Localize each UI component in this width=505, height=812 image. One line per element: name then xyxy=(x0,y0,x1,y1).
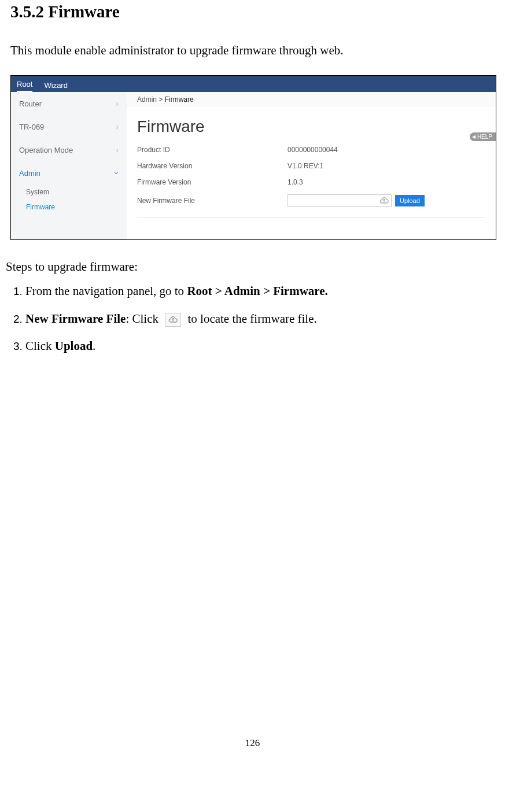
step-2-suffix: to locate the firmware file. xyxy=(185,312,317,326)
main-panel: Admin > Firmware Firmware HELP Product I… xyxy=(127,92,496,239)
label-firmware-version: Firmware Version xyxy=(137,178,287,186)
sidebar-subitem-system[interactable]: System xyxy=(11,184,127,200)
steps-list: From the navigation panel, go to Root > … xyxy=(25,282,499,356)
sidebar-item-label: Admin xyxy=(19,169,40,178)
step-3-prefix: Click xyxy=(25,339,55,353)
sidebar-item-operation-mode[interactable]: Operation Mode › xyxy=(11,138,127,161)
step-2-label: New Firmware File xyxy=(25,312,126,326)
page-title: Firmware xyxy=(127,107,496,142)
step-1: From the navigation panel, go to Root > … xyxy=(25,282,499,301)
section-heading: 3.5.2 Firmware xyxy=(10,2,499,21)
step-2: New Firmware File: Click to locate the f… xyxy=(25,310,499,329)
upload-button[interactable]: Upload xyxy=(395,195,425,206)
step-3-bold: Upload xyxy=(55,339,93,353)
intro-paragraph: This module enable administrator to upgr… xyxy=(10,43,499,58)
step-1-text: From the navigation panel, go to xyxy=(25,284,187,298)
breadcrumb-parent: Admin > xyxy=(137,95,165,104)
row-hardware-version: Hardware Version V1.0 REV:1 xyxy=(127,158,496,174)
step-1-path: Root > Admin > Firmware. xyxy=(187,284,327,298)
value-firmware-version: 1.0.3 xyxy=(287,178,303,186)
breadcrumb: Admin > Firmware xyxy=(127,92,496,107)
row-firmware-version: Firmware Version 1.0.3 xyxy=(127,174,496,190)
chevron-right-icon: › xyxy=(116,145,119,154)
upload-cloud-icon xyxy=(379,196,389,205)
sidebar: Router › TR-069 › Operation Mode › Admin… xyxy=(11,92,127,239)
row-new-firmware-file: New Firmware File Upload xyxy=(127,190,496,211)
label-new-firmware-file: New Firmware File xyxy=(137,197,287,205)
help-button[interactable]: HELP xyxy=(470,132,496,141)
sidebar-item-label: Operation Mode xyxy=(19,146,73,154)
step-3: Click Upload. xyxy=(25,337,499,356)
label-hardware-version: Hardware Version xyxy=(137,162,287,170)
label-product-id: Product ID xyxy=(137,146,287,154)
tab-root[interactable]: Root xyxy=(17,80,32,92)
sidebar-item-router[interactable]: Router › xyxy=(11,92,127,115)
divider xyxy=(137,217,485,217)
topbar: Root Wizard xyxy=(11,76,496,92)
sidebar-subitem-firmware[interactable]: Firmware xyxy=(11,200,127,215)
value-hardware-version: V1.0 REV:1 xyxy=(287,162,323,170)
upload-cloud-icon xyxy=(165,313,181,327)
firmware-screenshot: Root Wizard Router › TR-069 › Operation … xyxy=(10,75,496,240)
step-2-mid: : Click xyxy=(126,312,161,326)
chevron-right-icon: › xyxy=(116,122,119,131)
sidebar-item-label: Router xyxy=(19,99,42,108)
sidebar-item-label: TR-069 xyxy=(19,123,44,131)
value-product-id: 0000000000044 xyxy=(287,146,338,154)
steps-heading: Steps to upgrade firmware: xyxy=(6,260,499,274)
file-input[interactable] xyxy=(287,194,392,207)
breadcrumb-leaf: Firmware xyxy=(165,95,194,104)
sidebar-item-admin[interactable]: Admin › xyxy=(11,161,127,184)
tab-wizard[interactable]: Wizard xyxy=(44,81,67,92)
chevron-right-icon: › xyxy=(116,99,119,108)
step-3-suffix: . xyxy=(93,339,95,353)
row-product-id: Product ID 0000000000044 xyxy=(127,142,496,158)
page-number: 126 xyxy=(6,737,499,761)
chevron-down-icon: › xyxy=(113,172,122,175)
sidebar-item-tr069[interactable]: TR-069 › xyxy=(11,115,127,138)
